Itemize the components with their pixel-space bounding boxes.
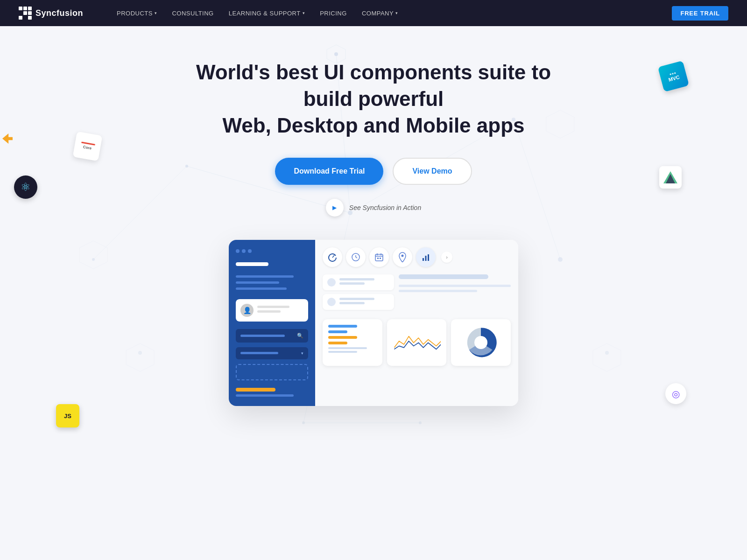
line-chart-card [387, 319, 447, 366]
svg-rect-35 [428, 254, 429, 261]
nav-links: PRODUCTS ▾ CONSULTING LEARNING & SUPPORT… [111, 6, 728, 21]
dashboard-content-row [323, 274, 511, 314]
sidebar-bottom-line [236, 394, 294, 397]
sidebar-dashed-input [236, 364, 308, 380]
svg-point-9 [419, 421, 422, 424]
logo-text: Syncfusion [35, 8, 83, 18]
video-link[interactable]: ▶ See Syncfusion in Action [326, 199, 421, 217]
dashboard-cards-row [323, 319, 511, 366]
chevron-down-icon: ▾ [301, 351, 303, 356]
svg-marker-19 [79, 241, 107, 269]
svg-rect-34 [425, 256, 427, 261]
logo[interactable]: Syncfusion [19, 7, 83, 20]
svg-rect-33 [423, 258, 424, 261]
svg-rect-26 [375, 254, 383, 261]
play-icon: ▶ [326, 199, 344, 217]
spiral-badge: ◎ [665, 383, 686, 404]
svg-rect-31 [380, 258, 381, 259]
tab-clock [346, 247, 366, 267]
list-item [323, 294, 394, 310]
svg-marker-21 [593, 343, 621, 371]
tabs-next-arrow: › [441, 252, 452, 263]
tab-chart-bar [416, 247, 436, 267]
dashboard-right-col [399, 274, 511, 314]
search-icon: 🔍 [297, 333, 303, 339]
free-trial-nav-button[interactable]: FREE TRAIL [672, 6, 728, 21]
sidebar-dots [236, 249, 308, 253]
tab-gauge [323, 247, 342, 267]
dashboard-tabs: › [323, 247, 511, 267]
sidebar-menu-lines [236, 275, 308, 290]
svg-point-36 [474, 336, 487, 349]
js-icon: JS [64, 413, 71, 420]
logo-icon [19, 7, 32, 20]
nav-item-pricing[interactable]: PRICING [314, 6, 352, 21]
svg-rect-30 [377, 258, 379, 259]
list-card [323, 319, 382, 366]
navbar: Syncfusion PRODUCTS ▾ CONSULTING LEARNIN… [0, 0, 747, 26]
svg-point-7 [605, 351, 609, 355]
chevron-down-icon: ▾ [395, 11, 398, 15]
svg-marker-37 [663, 171, 677, 183]
svg-marker-20 [126, 343, 154, 371]
nav-item-products[interactable]: PRODUCTS ▾ [111, 6, 162, 21]
nav-item-company[interactable]: COMPANY ▾ [356, 6, 404, 21]
sidebar-title-bar [236, 262, 268, 266]
right-col-header [399, 274, 488, 279]
spiral-icon: ◎ [672, 388, 680, 399]
react-badge: ⚛ [14, 175, 37, 199]
tab-location [393, 247, 412, 267]
video-link-text: See Syncfusion in Action [349, 204, 421, 211]
svg-line-12 [93, 166, 187, 259]
sidebar-progress-bar [236, 388, 275, 392]
sidebar-profile-card: 👤 [236, 299, 308, 322]
chevron-down-icon: ▾ [155, 11, 157, 15]
svg-point-6 [138, 351, 142, 355]
vue-badge [659, 166, 682, 189]
nav-item-learning[interactable]: LEARNING & SUPPORT ▾ [223, 6, 310, 21]
hero-section: World's best UI components suite to buil… [0, 26, 747, 465]
nav-item-consulting[interactable]: CONSULTING [166, 6, 219, 21]
svg-point-2 [185, 165, 188, 168]
pie-chart-card [451, 319, 511, 366]
hero-buttons: Download Free Trial View Demo [275, 158, 472, 185]
sidebar-search: 🔍 [236, 329, 308, 343]
svg-line-25 [356, 257, 357, 258]
svg-point-8 [302, 421, 305, 424]
view-demo-button[interactable]: View Demo [393, 158, 472, 185]
svg-point-5 [92, 258, 95, 261]
hero-title: World's best UI components suite to buil… [187, 59, 560, 139]
arrow-badge [2, 133, 13, 144]
tab-calendar [369, 247, 389, 267]
dashboard-illustration: 👤 🔍 ▾ [229, 240, 518, 406]
dashboard-left-col [323, 274, 394, 314]
dashboard-sidebar: 👤 🔍 ▾ [229, 240, 315, 406]
svg-point-4 [558, 257, 563, 262]
svg-line-14 [514, 119, 560, 259]
chevron-down-icon: ▾ [303, 11, 305, 15]
download-free-trial-button[interactable]: Download Free Trial [275, 158, 383, 185]
svg-point-32 [402, 254, 404, 257]
svg-line-22 [332, 255, 334, 258]
mvc-badge: ●●● MVC [658, 61, 689, 92]
list-item [323, 274, 394, 290]
react-icon: ⚛ [21, 181, 31, 194]
svg-point-0 [334, 52, 338, 56]
js-badge: JS [56, 404, 79, 427]
core-badge: Core [73, 132, 103, 161]
sidebar-dropdown: ▾ [236, 347, 308, 359]
svg-marker-38 [666, 174, 675, 183]
avatar: 👤 [240, 304, 254, 317]
dashboard-main: › [315, 240, 518, 406]
